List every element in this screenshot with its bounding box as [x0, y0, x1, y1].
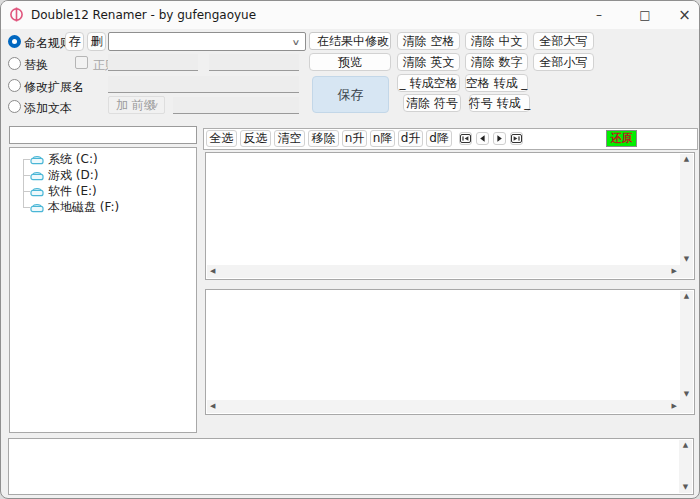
radio-naming-rule[interactable] — [8, 35, 21, 48]
scroll-up-icon[interactable]: ▲ — [684, 293, 689, 300]
date-sort-desc-button[interactable]: d降 — [426, 130, 452, 147]
invert-selection-button[interactable]: 反选 — [240, 130, 271, 147]
log-textarea[interactable]: ▲ ▼ — [8, 438, 694, 495]
uppercase-button[interactable]: 全部大写 — [533, 32, 594, 50]
tree-item-label: 游戏 (D:) — [48, 167, 98, 184]
maximize-button[interactable]: □ — [622, 1, 668, 29]
scroll-down-icon[interactable]: ▼ — [684, 256, 689, 263]
tree-item-drive-d[interactable]: 游戏 (D:) — [30, 168, 98, 183]
horizontal-scrollbar[interactable]: ◀ ▶ — [207, 265, 680, 278]
chevron-down-icon: ∨ — [151, 101, 160, 110]
extension-input[interactable] — [108, 76, 299, 93]
scroll-down-icon[interactable]: ▼ — [683, 484, 688, 491]
store-rule-button[interactable]: 存 — [65, 32, 84, 51]
scroll-right-icon[interactable]: ▶ — [672, 403, 677, 410]
radio-add-text[interactable] — [8, 100, 21, 113]
move-first-button[interactable] — [459, 132, 472, 145]
skip-first-icon — [460, 134, 471, 143]
drive-icon — [30, 202, 44, 213]
vertical-scrollbar[interactable]: ▲ ▼ — [680, 154, 693, 265]
horizontal-scrollbar[interactable]: ◀ ▶ — [207, 400, 680, 413]
app-window: Double12 Renamer - by gufengaoyue – □ × … — [0, 0, 700, 499]
save-button[interactable]: 保存 — [312, 76, 389, 113]
tree-connector-line — [23, 175, 30, 176]
restore-button[interactable]: 还原 — [606, 130, 637, 147]
scrollbar-corner — [680, 400, 693, 413]
tree-item-label: 软件 (E:) — [48, 183, 97, 200]
add-text-label: 添加文本 — [24, 100, 72, 117]
app-logo-icon — [9, 7, 24, 22]
tree-connector-line — [23, 159, 30, 160]
close-icon: × — [678, 6, 691, 24]
space-to-underscore-button[interactable]: 空格 转成 _ — [465, 74, 528, 92]
clear-symbols-button[interactable]: 清除 符号 — [403, 94, 461, 112]
arrow-right-icon — [495, 134, 504, 143]
minimize-button[interactable]: – — [576, 1, 622, 29]
add-text-input[interactable] — [173, 97, 299, 114]
drive-tree[interactable]: 系统 (C:) 游戏 (D:) 软件 (E:) 本地磁盘 (F:) — [9, 147, 197, 433]
rule-combobox[interactable]: ∨ — [108, 32, 306, 51]
arrow-left-icon — [478, 134, 487, 143]
lowercase-button[interactable]: 全部小写 — [533, 53, 594, 71]
move-last-button[interactable] — [510, 132, 523, 145]
scroll-left-icon[interactable]: ◀ — [210, 268, 215, 275]
replace-label: 替换 — [24, 57, 48, 74]
minimize-icon: – — [596, 8, 602, 22]
name-sort-asc-button[interactable]: n升 — [342, 130, 367, 147]
clear-digits-button[interactable]: 清除 数字 — [465, 53, 528, 71]
title-bar: Double12 Renamer - by gufengaoyue – □ × — [1, 1, 699, 29]
scroll-up-icon[interactable]: ▲ — [683, 442, 688, 449]
tree-connector-line — [23, 207, 30, 208]
drive-icon — [30, 170, 44, 181]
clear-list-button[interactable]: 清空 — [274, 130, 305, 147]
radio-replace[interactable] — [8, 57, 21, 70]
add-text-mode-select[interactable]: 加 前缀 ∨ — [108, 96, 165, 114]
vertical-scrollbar[interactable]: ▲ ▼ — [680, 291, 693, 400]
file-list-original[interactable]: ▲ ▼ ◀ ▶ — [205, 152, 695, 280]
tree-connector-line — [23, 191, 30, 192]
date-sort-asc-button[interactable]: d升 — [398, 130, 423, 147]
clear-chinese-button[interactable]: 清除 中文 — [465, 32, 528, 50]
scroll-left-icon[interactable]: ◀ — [210, 403, 215, 410]
maximize-icon: □ — [639, 8, 650, 22]
tree-item-drive-c[interactable]: 系统 (C:) — [30, 152, 98, 167]
scroll-down-icon[interactable]: ▼ — [684, 391, 689, 398]
tree-item-drive-f[interactable]: 本地磁盘 (F:) — [30, 200, 119, 215]
regex-checkbox[interactable] — [75, 56, 88, 69]
tree-connector-line — [23, 159, 24, 207]
remove-item-button[interactable]: 移除 — [308, 130, 339, 147]
path-input[interactable] — [9, 126, 197, 144]
drive-icon — [30, 186, 44, 197]
preview-button[interactable]: 预览 — [309, 53, 391, 71]
move-down-button[interactable] — [493, 132, 506, 145]
extension-label: 修改扩展名 — [24, 79, 84, 96]
clear-english-button[interactable]: 清除 英文 — [397, 53, 460, 71]
replace-to-input[interactable] — [209, 54, 299, 71]
chevron-down-icon: ∨ — [377, 37, 386, 46]
close-button[interactable]: × — [668, 1, 700, 29]
chevron-down-icon: ∨ — [292, 37, 301, 46]
delete-rule-button[interactable]: 删 — [87, 32, 106, 51]
select-all-button[interactable]: 全选 — [206, 130, 237, 147]
symbols-to-underscore-button[interactable]: 符号 转成 _ — [469, 94, 530, 112]
drive-icon — [30, 154, 44, 165]
radio-extension[interactable] — [8, 79, 21, 92]
clear-space-button[interactable]: 清除 空格 — [397, 32, 460, 50]
replace-from-input[interactable] — [108, 54, 198, 71]
skip-last-icon — [511, 134, 522, 143]
scroll-right-icon[interactable]: ▶ — [672, 268, 677, 275]
result-scope-select[interactable]: 在结果中修改 ∨ — [309, 32, 391, 50]
tree-item-drive-e[interactable]: 软件 (E:) — [30, 184, 97, 199]
scrollbar-corner — [680, 265, 693, 278]
tree-item-label: 本地磁盘 (F:) — [48, 199, 119, 216]
move-up-button[interactable] — [476, 132, 489, 145]
scroll-up-icon[interactable]: ▲ — [684, 156, 689, 163]
tree-item-label: 系统 (C:) — [48, 151, 98, 168]
window-title: Double12 Renamer - by gufengaoyue — [31, 8, 256, 22]
underscore-to-space-button[interactable]: _ 转成空格 — [397, 74, 460, 92]
file-list-preview[interactable]: ▲ ▼ ◀ ▶ — [205, 289, 695, 415]
vertical-scrollbar[interactable]: ▲ ▼ — [679, 440, 692, 493]
name-sort-desc-button[interactable]: n降 — [370, 130, 395, 147]
